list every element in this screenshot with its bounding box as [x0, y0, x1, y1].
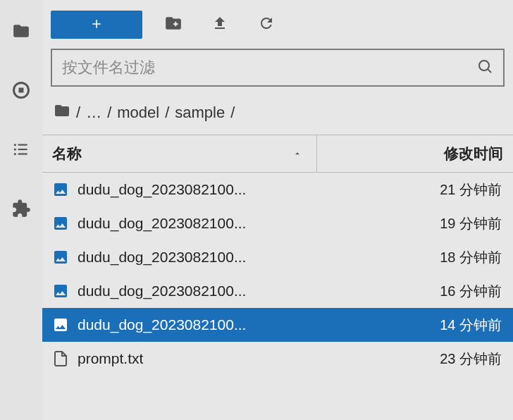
column-header-mtime[interactable]: 修改时间 [317, 135, 513, 172]
breadcrumb: / … / model / sample / [42, 97, 513, 135]
image-file-icon [52, 249, 69, 266]
table-row[interactable]: dudu_dog_2023082100...16 分钟前 [42, 274, 513, 308]
breadcrumb-segment-model[interactable]: model [117, 104, 159, 122]
sidebar-item-folder[interactable] [8, 20, 34, 45]
svg-point-2 [14, 144, 16, 146]
file-name: dudu_dog_2023082100... [78, 249, 246, 266]
file-mtime: 21 分钟前 [317, 180, 503, 199]
breadcrumb-sep: / [230, 104, 235, 122]
upload-button[interactable] [204, 11, 235, 39]
column-mtime-label: 修改时间 [444, 144, 503, 163]
refresh-button[interactable] [251, 11, 282, 39]
filter-box[interactable] [51, 49, 505, 87]
file-mtime: 19 分钟前 [317, 214, 503, 233]
image-file-icon [52, 316, 69, 333]
sidebar-item-list[interactable] [8, 138, 34, 163]
file-name: dudu_dog_2023082100... [78, 283, 246, 299]
file-mtime: 14 分钟前 [317, 316, 503, 335]
svg-point-4 [14, 148, 16, 150]
file-name: dudu_dog_2023082100... [78, 181, 246, 198]
svg-point-6 [14, 153, 16, 155]
puzzle-icon [11, 199, 31, 221]
breadcrumb-sep: / [165, 104, 169, 122]
file-mtime: 18 分钟前 [317, 248, 503, 267]
svg-line-9 [488, 70, 491, 73]
filter-input[interactable] [62, 58, 476, 77]
sort-ascending-icon [292, 145, 302, 162]
breadcrumb-segment-sample[interactable]: sample [175, 104, 225, 122]
search-icon [476, 58, 493, 78]
table-row[interactable]: dudu_dog_2023082100...18 分钟前 [42, 240, 513, 274]
breadcrumb-sep: / [76, 104, 80, 122]
new-folder-button[interactable] [158, 11, 189, 39]
folder-icon[interactable] [54, 102, 70, 123]
text-file-icon [52, 350, 69, 367]
table-row[interactable]: dudu_dog_2023082100...19 分钟前 [42, 206, 513, 240]
file-mtime: 23 分钟前 [317, 350, 503, 369]
file-name: dudu_dog_2023082100... [78, 316, 246, 333]
list-icon [12, 140, 30, 161]
file-table: 名称 修改时间 dudu_dog_2023082100...21 分钟前dudu… [42, 135, 513, 420]
toolbar [42, 0, 513, 46]
breadcrumb-sep: / [107, 104, 111, 122]
file-name: prompt.txt [78, 350, 143, 367]
upload-icon [211, 15, 228, 35]
svg-rect-7 [18, 153, 27, 154]
main-panel: / … / model / sample / 名称 修改时间 dudu_dog_… [42, 0, 513, 420]
image-file-icon [52, 215, 69, 232]
svg-point-8 [479, 61, 489, 70]
plus-icon [89, 17, 104, 33]
file-name: dudu_dog_2023082100... [78, 215, 246, 232]
refresh-icon [258, 15, 275, 35]
folder-icon [12, 22, 30, 43]
table-row[interactable]: dudu_dog_2023082100...21 分钟前 [42, 173, 513, 206]
column-name-label: 名称 [52, 144, 82, 163]
sidebar-item-running[interactable] [8, 79, 34, 104]
new-button[interactable] [51, 11, 142, 39]
column-header-name[interactable]: 名称 [42, 135, 317, 172]
sidebar [0, 0, 42, 420]
breadcrumb-ellipsis[interactable]: … [86, 104, 101, 122]
svg-rect-3 [18, 144, 27, 145]
svg-rect-5 [18, 149, 27, 150]
image-file-icon [52, 181, 69, 198]
svg-rect-1 [19, 88, 24, 93]
new-folder-icon [164, 14, 183, 35]
file-mtime: 16 分钟前 [317, 282, 503, 301]
stop-circle-icon [11, 80, 31, 103]
image-file-icon [52, 283, 69, 299]
table-header: 名称 修改时间 [42, 135, 513, 173]
table-row[interactable]: dudu_dog_2023082100...14 分钟前 [42, 308, 513, 342]
table-body: dudu_dog_2023082100...21 分钟前dudu_dog_202… [42, 173, 513, 376]
table-row[interactable]: prompt.txt23 分钟前 [42, 342, 513, 376]
sidebar-item-extensions[interactable] [8, 197, 34, 223]
